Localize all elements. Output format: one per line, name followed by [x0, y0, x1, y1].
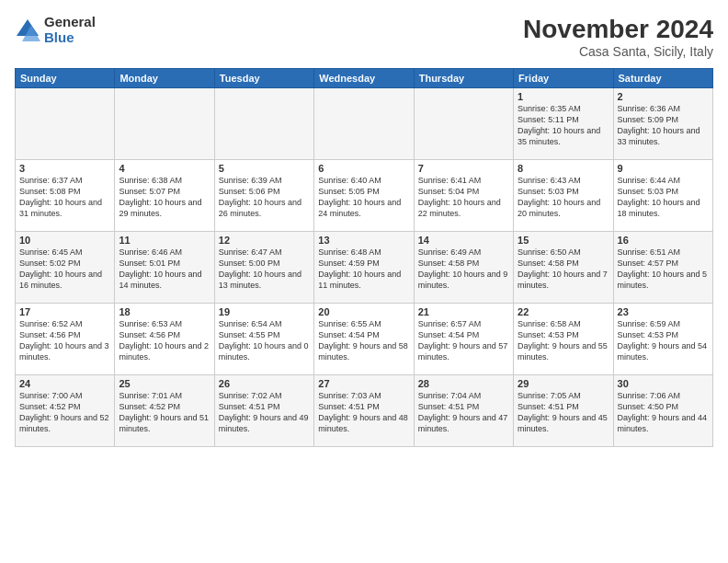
- day-cell: 17Sunrise: 6:52 AM Sunset: 4:56 PM Dayli…: [16, 304, 115, 375]
- day-info: Sunrise: 6:52 AM Sunset: 4:56 PM Dayligh…: [19, 318, 110, 363]
- day-cell: 4Sunrise: 6:38 AM Sunset: 5:07 PM Daylig…: [115, 160, 214, 232]
- col-friday: Friday: [514, 69, 613, 88]
- day-info: Sunrise: 6:43 AM Sunset: 5:03 PM Dayligh…: [518, 175, 609, 220]
- day-info: Sunrise: 7:02 AM Sunset: 4:51 PM Dayligh…: [219, 390, 310, 435]
- col-wednesday: Wednesday: [314, 69, 414, 88]
- week-row-2: 3Sunrise: 6:37 AM Sunset: 5:08 PM Daylig…: [16, 160, 713, 232]
- calendar-table: Sunday Monday Tuesday Wednesday Thursday…: [15, 68, 713, 447]
- logo-text: General Blue: [44, 15, 96, 45]
- day-info: Sunrise: 6:51 AM Sunset: 4:57 PM Dayligh…: [618, 247, 709, 292]
- day-cell: 13Sunrise: 6:48 AM Sunset: 4:59 PM Dayli…: [314, 232, 414, 304]
- day-number: 14: [418, 235, 509, 246]
- day-info: Sunrise: 6:49 AM Sunset: 4:58 PM Dayligh…: [418, 247, 509, 292]
- day-number: 22: [518, 306, 609, 317]
- day-info: Sunrise: 6:54 AM Sunset: 4:55 PM Dayligh…: [219, 318, 310, 363]
- day-number: 7: [418, 163, 509, 174]
- day-info: Sunrise: 6:59 AM Sunset: 4:53 PM Dayligh…: [618, 318, 709, 363]
- day-number: 12: [219, 235, 310, 246]
- day-info: Sunrise: 6:47 AM Sunset: 5:00 PM Dayligh…: [219, 247, 310, 292]
- day-cell: [214, 88, 313, 160]
- col-saturday: Saturday: [613, 69, 712, 88]
- col-monday: Monday: [115, 69, 214, 88]
- day-cell: [115, 88, 214, 160]
- day-info: Sunrise: 7:01 AM Sunset: 4:52 PM Dayligh…: [119, 390, 210, 435]
- col-thursday: Thursday: [414, 69, 513, 88]
- day-cell: 5Sunrise: 6:39 AM Sunset: 5:06 PM Daylig…: [214, 160, 313, 232]
- day-cell: 8Sunrise: 6:43 AM Sunset: 5:03 PM Daylig…: [514, 160, 613, 232]
- day-cell: 26Sunrise: 7:02 AM Sunset: 4:51 PM Dayli…: [214, 375, 313, 447]
- day-info: Sunrise: 6:53 AM Sunset: 4:56 PM Dayligh…: [119, 318, 210, 363]
- col-sunday: Sunday: [16, 69, 115, 88]
- day-cell: 23Sunrise: 6:59 AM Sunset: 4:53 PM Dayli…: [613, 304, 712, 375]
- day-number: 4: [119, 163, 210, 174]
- day-info: Sunrise: 6:37 AM Sunset: 5:08 PM Dayligh…: [19, 175, 110, 220]
- day-info: Sunrise: 6:50 AM Sunset: 4:58 PM Dayligh…: [518, 247, 609, 292]
- day-number: 30: [618, 378, 709, 389]
- day-info: Sunrise: 6:40 AM Sunset: 5:05 PM Dayligh…: [318, 175, 409, 220]
- day-info: Sunrise: 6:36 AM Sunset: 5:09 PM Dayligh…: [618, 103, 709, 148]
- day-cell: 19Sunrise: 6:54 AM Sunset: 4:55 PM Dayli…: [214, 304, 313, 375]
- day-number: 8: [518, 163, 609, 174]
- day-cell: 10Sunrise: 6:45 AM Sunset: 5:02 PM Dayli…: [16, 232, 115, 304]
- header: General Blue November 2024 Casa Santa, S…: [15, 15, 713, 59]
- day-info: Sunrise: 6:58 AM Sunset: 4:53 PM Dayligh…: [518, 318, 609, 363]
- week-row-1: 1Sunrise: 6:35 AM Sunset: 5:11 PM Daylig…: [16, 88, 713, 160]
- day-info: Sunrise: 6:38 AM Sunset: 5:07 PM Dayligh…: [119, 175, 210, 220]
- week-row-5: 24Sunrise: 7:00 AM Sunset: 4:52 PM Dayli…: [16, 375, 713, 447]
- day-number: 9: [618, 163, 709, 174]
- day-info: Sunrise: 6:48 AM Sunset: 4:59 PM Dayligh…: [318, 247, 409, 292]
- logo-general: General: [44, 15, 96, 30]
- day-cell: 6Sunrise: 6:40 AM Sunset: 5:05 PM Daylig…: [314, 160, 414, 232]
- day-info: Sunrise: 6:35 AM Sunset: 5:11 PM Dayligh…: [518, 103, 609, 148]
- day-info: Sunrise: 6:46 AM Sunset: 5:01 PM Dayligh…: [119, 247, 210, 292]
- day-cell: 24Sunrise: 7:00 AM Sunset: 4:52 PM Dayli…: [16, 375, 115, 447]
- day-info: Sunrise: 6:44 AM Sunset: 5:03 PM Dayligh…: [618, 175, 709, 220]
- day-info: Sunrise: 6:45 AM Sunset: 5:02 PM Dayligh…: [19, 247, 110, 292]
- title-block: November 2024 Casa Santa, Sicily, Italy: [523, 15, 713, 59]
- day-cell: [16, 88, 115, 160]
- day-number: 28: [418, 378, 509, 389]
- header-row: Sunday Monday Tuesday Wednesday Thursday…: [16, 69, 713, 88]
- day-cell: 18Sunrise: 6:53 AM Sunset: 4:56 PM Dayli…: [115, 304, 214, 375]
- day-number: 23: [618, 306, 709, 317]
- day-number: 24: [19, 378, 110, 389]
- day-cell: 16Sunrise: 6:51 AM Sunset: 4:57 PM Dayli…: [613, 232, 712, 304]
- day-cell: 27Sunrise: 7:03 AM Sunset: 4:51 PM Dayli…: [314, 375, 414, 447]
- day-info: Sunrise: 6:39 AM Sunset: 5:06 PM Dayligh…: [219, 175, 310, 220]
- day-number: 29: [518, 378, 609, 389]
- day-cell: [414, 88, 513, 160]
- day-info: Sunrise: 6:41 AM Sunset: 5:04 PM Dayligh…: [418, 175, 509, 220]
- day-number: 20: [318, 306, 409, 317]
- week-row-3: 10Sunrise: 6:45 AM Sunset: 5:02 PM Dayli…: [16, 232, 713, 304]
- day-cell: 11Sunrise: 6:46 AM Sunset: 5:01 PM Dayli…: [115, 232, 214, 304]
- day-cell: 25Sunrise: 7:01 AM Sunset: 4:52 PM Dayli…: [115, 375, 214, 447]
- day-cell: 3Sunrise: 6:37 AM Sunset: 5:08 PM Daylig…: [16, 160, 115, 232]
- day-cell: 22Sunrise: 6:58 AM Sunset: 4:53 PM Dayli…: [514, 304, 613, 375]
- logo-icon: [15, 17, 40, 43]
- day-number: 5: [219, 163, 310, 174]
- day-number: 21: [418, 306, 509, 317]
- day-info: Sunrise: 7:03 AM Sunset: 4:51 PM Dayligh…: [318, 390, 409, 435]
- day-info: Sunrise: 7:06 AM Sunset: 4:50 PM Dayligh…: [618, 390, 709, 435]
- day-number: 19: [219, 306, 310, 317]
- logo: General Blue: [15, 15, 96, 45]
- day-cell: 15Sunrise: 6:50 AM Sunset: 4:58 PM Dayli…: [514, 232, 613, 304]
- day-number: 27: [318, 378, 409, 389]
- day-number: 6: [318, 163, 409, 174]
- day-number: 25: [119, 378, 210, 389]
- day-number: 11: [119, 235, 210, 246]
- day-number: 3: [19, 163, 110, 174]
- day-cell: 20Sunrise: 6:55 AM Sunset: 4:54 PM Dayli…: [314, 304, 414, 375]
- day-number: 13: [318, 235, 409, 246]
- day-cell: 29Sunrise: 7:05 AM Sunset: 4:51 PM Dayli…: [514, 375, 613, 447]
- day-info: Sunrise: 7:05 AM Sunset: 4:51 PM Dayligh…: [518, 390, 609, 435]
- day-number: 2: [618, 91, 709, 102]
- day-info: Sunrise: 7:00 AM Sunset: 4:52 PM Dayligh…: [19, 390, 110, 435]
- day-number: 16: [618, 235, 709, 246]
- day-cell: 7Sunrise: 6:41 AM Sunset: 5:04 PM Daylig…: [414, 160, 513, 232]
- col-tuesday: Tuesday: [214, 69, 313, 88]
- calendar-title: November 2024: [523, 15, 713, 44]
- day-number: 10: [19, 235, 110, 246]
- day-number: 1: [518, 91, 609, 102]
- calendar-subtitle: Casa Santa, Sicily, Italy: [523, 44, 713, 59]
